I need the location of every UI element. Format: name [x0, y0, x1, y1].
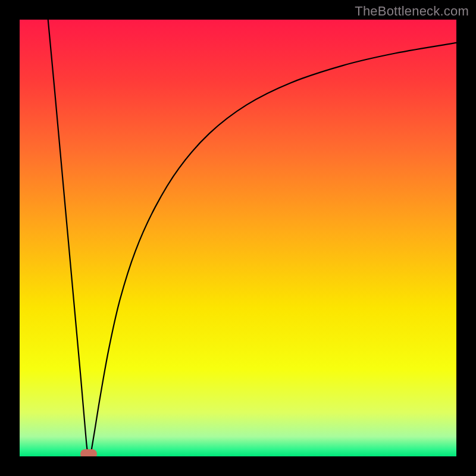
- curve-left-branch: [48, 20, 89, 456]
- curve-right-branch: [90, 43, 456, 456]
- chart-frame: TheBottleneck.com: [0, 0, 476, 476]
- plot-area: [20, 20, 456, 456]
- bottleneck-curve: [20, 20, 456, 456]
- watermark-text: TheBottleneck.com: [355, 4, 469, 19]
- minimum-marker-icon: [80, 449, 97, 456]
